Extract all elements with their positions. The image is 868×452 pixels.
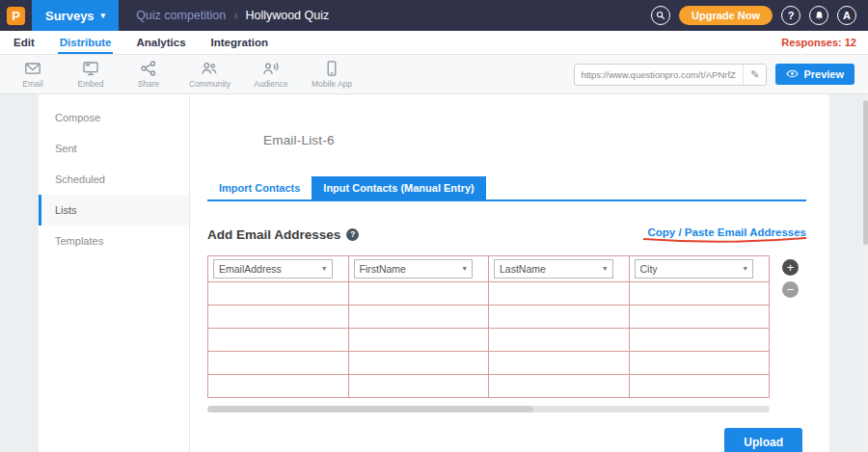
contact-table-wrap: EmailAddressFirstNameLastNameCity + − (207, 255, 806, 412)
product-switcher-surveys[interactable]: Surveys ▾ (32, 0, 119, 31)
edit-url-icon[interactable]: ✎ (743, 65, 766, 85)
contact-table-row (208, 329, 770, 352)
help-badge-icon[interactable]: ? (346, 228, 359, 241)
breadcrumb-survey-name[interactable]: Quiz competition (136, 9, 226, 22)
column-select-city[interactable]: City (635, 259, 754, 279)
contact-table: EmailAddressFirstNameLastNameCity (207, 255, 770, 398)
sidebar-item-lists[interactable]: Lists (39, 195, 189, 226)
tab-input-contacts-manual-entry[interactable]: Input Contacts (Manual Entry) (312, 176, 485, 199)
survey-url-box: ✎ (574, 64, 767, 86)
preview-button[interactable]: Preview (775, 64, 854, 85)
responses-count[interactable]: Responses: 12 (781, 31, 856, 54)
toolbar-label: Email (22, 79, 42, 89)
row-buttons: + − (782, 259, 799, 298)
help-icon[interactable]: ? (781, 6, 800, 25)
notifications-bell-icon[interactable] (809, 6, 828, 25)
mobile-app-icon (323, 60, 340, 77)
toolbar-label: Community (189, 79, 231, 89)
nav-tab-analytics[interactable]: Analytics (134, 31, 187, 54)
distribute-toolbar: Email Embed Share Community Audience (0, 55, 868, 94)
email-list-title: Email-List-6 (263, 133, 806, 147)
topbar: P Surveys ▾ Quiz competition › Hollywood… (0, 0, 868, 31)
nav-tab-integration[interactable]: Integration (209, 31, 270, 54)
contact-cell[interactable] (208, 282, 349, 306)
upload-row: Upload (207, 428, 806, 452)
toolbar-item-email[interactable]: Email (15, 60, 50, 89)
remove-column-button[interactable]: − (782, 281, 799, 298)
add-email-addresses-title: Add Email Addresses (207, 227, 340, 242)
email-icon (24, 60, 41, 77)
toolbar-label: Share (138, 79, 160, 89)
horizontal-scrollbar-thumb[interactable] (207, 406, 533, 412)
contact-cell[interactable] (348, 352, 489, 375)
contact-cell[interactable] (208, 329, 349, 352)
search-icon[interactable] (651, 6, 670, 25)
main-content: Compose Sent Scheduled Lists Templates E… (0, 94, 868, 452)
tab-import-contacts[interactable]: Import Contacts (207, 176, 312, 199)
contact-cell[interactable] (629, 375, 770, 398)
sidebar-item-compose[interactable]: Compose (39, 102, 189, 133)
breadcrumb: Quiz competition › Hollywood Quiz (136, 9, 329, 22)
horizontal-scrollbar[interactable] (207, 406, 770, 412)
contact-cell[interactable] (629, 282, 770, 306)
contact-cell[interactable] (629, 329, 770, 352)
preview-label: Preview (803, 68, 844, 80)
contact-table-row (208, 282, 770, 306)
vertical-scrollbar[interactable] (862, 94, 868, 452)
toolbar-item-mobile-app[interactable]: Mobile App (312, 60, 352, 89)
product-switcher-label: Surveys (45, 9, 95, 23)
column-header-cell: EmailAddress (208, 256, 349, 282)
red-underline-annotation (642, 236, 807, 244)
toolbar-item-audience[interactable]: Audience (254, 60, 288, 89)
upload-button[interactable]: Upload (724, 428, 802, 452)
user-avatar[interactable]: A (837, 6, 856, 25)
contact-cell[interactable] (208, 352, 349, 375)
sidebar-item-scheduled[interactable]: Scheduled (39, 164, 189, 195)
contact-cell[interactable] (348, 306, 489, 329)
contact-cell[interactable] (629, 352, 770, 375)
contact-table-body (208, 282, 770, 398)
contact-cell[interactable] (489, 282, 630, 306)
contact-cell[interactable] (489, 329, 630, 352)
nav-tab-distribute[interactable]: Distribute (58, 31, 114, 54)
contact-cell[interactable] (489, 375, 630, 398)
contacts-tabs: Import Contacts Input Contacts (Manual E… (207, 176, 806, 201)
chevron-down-icon: ▾ (101, 11, 106, 20)
column-header-cell: City (629, 256, 770, 282)
section-nav: Edit Distribute Analytics Integration Re… (0, 31, 868, 55)
questionpro-logo[interactable]: P (7, 7, 25, 25)
column-select-emailaddress[interactable]: EmailAddress (213, 259, 333, 279)
contact-cell[interactable] (348, 375, 489, 398)
contact-table-header-row: EmailAddressFirstNameLastNameCity (208, 256, 770, 282)
nav-tab-edit[interactable]: Edit (12, 31, 37, 54)
community-icon (201, 60, 218, 77)
breadcrumb-current-page: Hollywood Quiz (245, 9, 329, 22)
toolbar-item-community[interactable]: Community (189, 60, 231, 89)
contact-cell[interactable] (208, 375, 349, 398)
sidebar-item-templates[interactable]: Templates (39, 226, 189, 256)
column-select-lastname[interactable]: LastName (494, 259, 613, 279)
contact-cell[interactable] (489, 352, 630, 375)
contact-cell[interactable] (348, 329, 489, 352)
contact-table-row (208, 306, 770, 329)
contact-cell[interactable] (208, 306, 349, 329)
email-sidebar: Compose Sent Scheduled Lists Templates (39, 94, 190, 452)
contact-cell[interactable] (489, 306, 630, 329)
toolbar-label: Mobile App (312, 79, 352, 89)
embed-icon (82, 60, 99, 77)
add-column-button[interactable]: + (782, 259, 799, 276)
column-header-cell: FirstName (348, 256, 489, 282)
survey-url-input[interactable] (575, 69, 743, 80)
audience-icon (262, 60, 280, 77)
add-emails-header-row: Add Email Addresses ? Copy / Paste Email… (207, 223, 806, 246)
column-select-firstname[interactable]: FirstName (354, 259, 474, 279)
toolbar-item-share[interactable]: Share (131, 60, 166, 89)
toolbar-label: Audience (254, 79, 287, 89)
vertical-scrollbar-thumb[interactable] (863, 100, 868, 245)
share-icon (140, 60, 157, 77)
contact-cell[interactable] (629, 306, 770, 329)
contact-cell[interactable] (348, 282, 489, 306)
sidebar-item-sent[interactable]: Sent (39, 133, 189, 164)
toolbar-item-embed[interactable]: Embed (73, 60, 108, 89)
upgrade-now-button[interactable]: Upgrade Now (679, 6, 773, 25)
